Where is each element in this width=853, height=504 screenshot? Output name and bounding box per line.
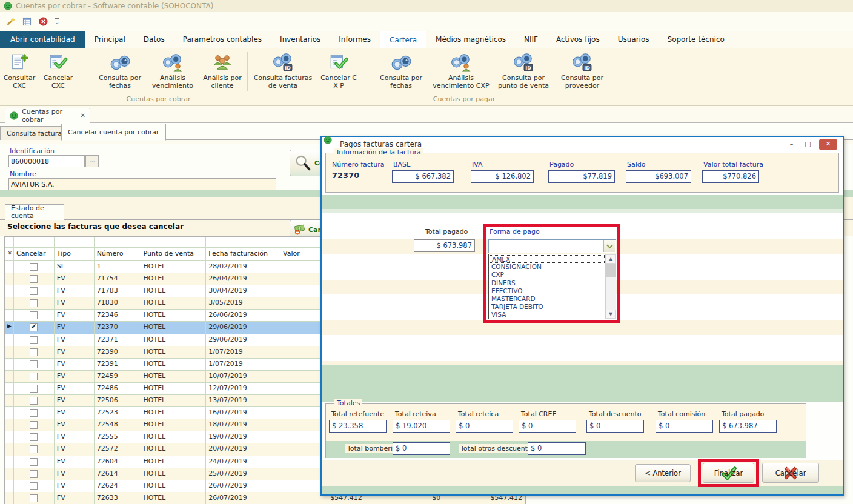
total-otros-descuentos-box[interactable]: $ 0 — [528, 442, 586, 455]
ribbon-item-análisis-vencimiento[interactable]: Análisis vencimiento — [147, 51, 199, 90]
tipo-cell: FV — [55, 456, 95, 468]
anterior-button[interactable]: < Anterior — [635, 464, 691, 482]
cancelar-checkbox[interactable] — [30, 373, 38, 380]
numero-cell: 71754 — [95, 273, 141, 285]
info-value-base[interactable]: $ 667.382 — [392, 170, 454, 183]
total-pagado-box[interactable]: $ 673.987 — [414, 239, 475, 252]
maximize-button[interactable]: ▢ — [801, 139, 815, 150]
cancelar-cell — [14, 419, 55, 431]
menu-item-datos[interactable]: Datos — [134, 31, 174, 48]
cancelar-checkbox[interactable] — [30, 275, 38, 283]
ribbon-item-cancelar-cxc[interactable]: Cancelar CXC — [39, 51, 78, 90]
cancelar-cell — [14, 456, 55, 468]
cancelar-checkbox[interactable] — [30, 385, 38, 393]
qat-overflow-arrow[interactable]: ⌄ — [55, 18, 59, 25]
cancelar-checkbox[interactable] — [30, 458, 38, 466]
cancelar-checkbox[interactable] — [30, 323, 38, 331]
cancelar-checkbox[interactable] — [30, 348, 38, 356]
menu-item-abrir-contabilidad[interactable]: Abrir contabilidad — [0, 31, 85, 48]
identificacion-lookup-button[interactable]: ... — [85, 155, 99, 167]
tipo-cell: FV — [55, 480, 95, 492]
totales-value-3[interactable]: $ 0 — [519, 420, 576, 433]
binoculars-id-icon: ID — [513, 52, 534, 73]
cancelar-checkbox[interactable] — [30, 470, 38, 478]
totales-value-5[interactable]: $ 0 — [656, 420, 713, 433]
menu-item-inventarios[interactable]: Inventarios — [271, 31, 330, 48]
info-value-iva[interactable]: $ 126.802 — [471, 170, 534, 183]
menu-item-médios-magnéticos[interactable]: Médios magnéticos — [426, 31, 515, 48]
nombre-input[interactable] — [8, 178, 276, 190]
cancelar-checkbox[interactable] — [30, 482, 38, 490]
ribbon-item-análisis-por-cliente[interactable]: Análisis por cliente — [199, 51, 246, 90]
menu-item-soporte-técnico[interactable]: Soporte técnico — [659, 31, 734, 48]
cancelar-checkbox[interactable] — [30, 360, 38, 368]
close-button[interactable]: ✕ — [819, 139, 837, 150]
binoculars-person-icon — [162, 52, 183, 73]
totales-value-4[interactable]: $ 0 — [586, 420, 644, 433]
tab-cuentas-por-cobrar[interactable]: Cuentas por cobrar ✕ — [5, 108, 90, 123]
cancelar-checkbox[interactable] — [30, 311, 38, 319]
punto-venta-cell: HOTEL — [141, 407, 207, 419]
menu-item-niif[interactable]: NIIF — [515, 31, 547, 48]
wand-icon[interactable] — [5, 16, 16, 27]
cancelar-checkbox[interactable] — [30, 421, 38, 429]
menu-item-informes[interactable]: Informes — [330, 31, 380, 48]
ribbon-item-consulta-por-punto-de-venta[interactable]: IDConsulta por punto de venta — [493, 51, 554, 90]
cancelar-checkbox[interactable] — [30, 445, 38, 453]
cancelar-checkbox[interactable] — [30, 494, 38, 502]
totales-value-1[interactable]: $ 19.020 — [393, 420, 450, 433]
ribbon-item-consulta-facturas-de-venta[interactable]: IDConsulta facturas de venta — [249, 51, 317, 90]
ribbon-item-consulta-por-fechas[interactable]: Consulta por fechas — [373, 51, 429, 90]
total-bomberil-box[interactable]: $ 0 — [393, 442, 450, 455]
column-header-número[interactable]: Número — [95, 248, 141, 261]
tab-cancelar-cuenta-por-cobrar[interactable]: Cancelar cuenta por cobrar — [61, 124, 166, 141]
numero-cell: 72572 — [95, 443, 141, 456]
ribbon-item-consulta-por-fechas[interactable]: Consulta por fechas — [93, 51, 147, 90]
info-value-pagado[interactable]: $77.819 — [548, 170, 615, 183]
ribbon-group-0: Consultar CXCCancelar CXCConsulta por fe… — [0, 48, 317, 105]
fecha-cell: 29/06/2019 — [206, 334, 280, 346]
minimize-button[interactable]: – — [785, 139, 798, 150]
totales-value-0[interactable]: $ 23.358 — [329, 420, 387, 433]
column-header-fecha-facturación[interactable]: Fecha facturación — [206, 248, 280, 261]
totales-value-6[interactable]: $ 673.987 — [719, 420, 777, 433]
cancelar-checkbox[interactable] — [30, 299, 38, 307]
fecha-cell: 10/07/2019 — [206, 371, 280, 383]
info-value-saldo[interactable]: $693.007 — [626, 170, 691, 183]
tab-estado-de-cuenta[interactable]: Estado de cuenta — [5, 204, 64, 220]
tipo-cell: FV — [55, 431, 95, 443]
ribbon-item-cancelar-c-x-p[interactable]: Cancelar C X P — [317, 51, 360, 90]
close-tab-icon[interactable]: ✕ — [81, 112, 85, 119]
identificacion-input[interactable] — [8, 155, 85, 167]
ribbon-item-análisis-vencimiento-cxp[interactable]: Análisis vencimiento CXP — [429, 51, 493, 90]
close-red-icon[interactable] — [38, 16, 48, 27]
cancelar-checkbox[interactable] — [30, 409, 38, 417]
cancelar-button[interactable]: Cancelar — [762, 463, 819, 483]
cancelar-checkbox[interactable] — [30, 397, 38, 405]
cancelar-checkbox[interactable] — [30, 287, 38, 295]
menu-item-principal[interactable]: Principal — [85, 31, 134, 48]
cancelar-checkbox[interactable] — [30, 336, 38, 344]
column-header-punto-de-venta[interactable]: Punto de venta — [141, 248, 207, 261]
calculator-icon[interactable] — [22, 16, 32, 27]
cancelar-checkbox[interactable] — [30, 263, 38, 271]
menu-item-activos-fijos[interactable]: Activos fijos — [547, 31, 609, 48]
totales-value-2[interactable]: $ 0 — [456, 420, 513, 433]
ribbon-item-label: Consulta por fechas — [93, 75, 147, 90]
cancelar-cell — [14, 346, 55, 359]
numero-cell: 72346 — [95, 310, 141, 322]
cancelar-checkbox[interactable] — [30, 433, 38, 441]
column-header-tipo[interactable]: Tipo — [55, 248, 95, 261]
menu-item-cartera[interactable]: Cartera — [380, 31, 426, 48]
menu-item-usuarios[interactable]: Usuarios — [609, 31, 659, 48]
ribbon-item-consultar-cxc[interactable]: Consultar CXC — [0, 51, 39, 90]
column-header[interactable]: ✳ — [5, 248, 14, 261]
row-indicator — [5, 359, 14, 371]
punto-venta-cell: HOTEL — [141, 297, 207, 310]
tipo-cell: FV — [55, 371, 95, 383]
column-header-cancelar[interactable]: Cancelar — [14, 248, 55, 261]
ribbon-item-consulta-por-proveedor[interactable]: IDConsulta por proveedor — [554, 51, 611, 90]
application-window: Cuentas por cobrar - Software contable (… — [0, 0, 853, 504]
info-value-valor-total-factura[interactable]: $770.826 — [702, 170, 759, 183]
menu-item-parametros-contables[interactable]: Parametros contables — [174, 31, 271, 48]
